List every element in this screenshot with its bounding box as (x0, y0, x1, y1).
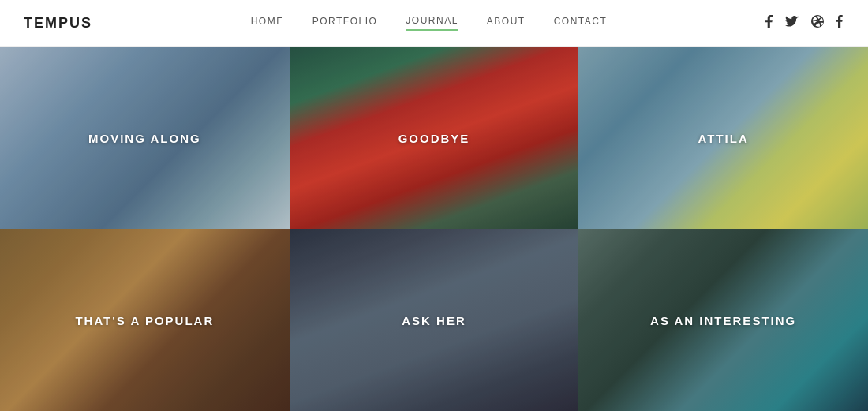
dribbble-icon[interactable] (811, 15, 824, 31)
nav-item-portfolio[interactable]: PORTFOLIO (312, 16, 378, 30)
grid-item-label: GOODBYE (398, 131, 470, 144)
grid-item-label: ATTILA (698, 131, 749, 144)
grid-item-label: THAT'S A POPULAR (75, 313, 214, 327)
nav-item-contact[interactable]: CONTACT (554, 16, 608, 30)
twitter-icon[interactable] (785, 16, 799, 30)
journal-grid: MOVING ALONGGOODBYEATTILATHAT'S A POPULA… (0, 47, 868, 411)
facebook-icon[interactable] (765, 15, 773, 32)
nav-item-about[interactable]: ABOUT (487, 16, 526, 30)
grid-item-as-interesting[interactable]: AS AN INTERESTING (578, 229, 868, 411)
grid-item-moving-along[interactable]: MOVING ALONG (0, 47, 290, 229)
tumblr-icon[interactable] (836, 15, 844, 32)
grid-item-thats-popular[interactable]: THAT'S A POPULAR (0, 229, 290, 411)
grid-item-attila[interactable]: ATTILA (578, 47, 868, 229)
grid-item-ask-her[interactable]: ASK HER (290, 229, 579, 411)
grid-item-label: ASK HER (402, 313, 466, 327)
grid-item-label: MOVING ALONG (88, 131, 201, 144)
social-links (765, 15, 844, 32)
nav-item-journal[interactable]: JOURNAL (406, 15, 458, 31)
grid-item-label: AS AN INTERESTING (650, 313, 796, 327)
site-header: TEMPUS HOMEPORTFOLIOJOURNALABOUTCONTACT (0, 0, 868, 47)
main-nav: HOMEPORTFOLIOJOURNALABOUTCONTACT (251, 15, 608, 31)
nav-item-home[interactable]: HOME (251, 16, 284, 30)
site-logo[interactable]: TEMPUS (24, 15, 92, 32)
grid-item-goodbye[interactable]: GOODBYE (290, 47, 579, 229)
